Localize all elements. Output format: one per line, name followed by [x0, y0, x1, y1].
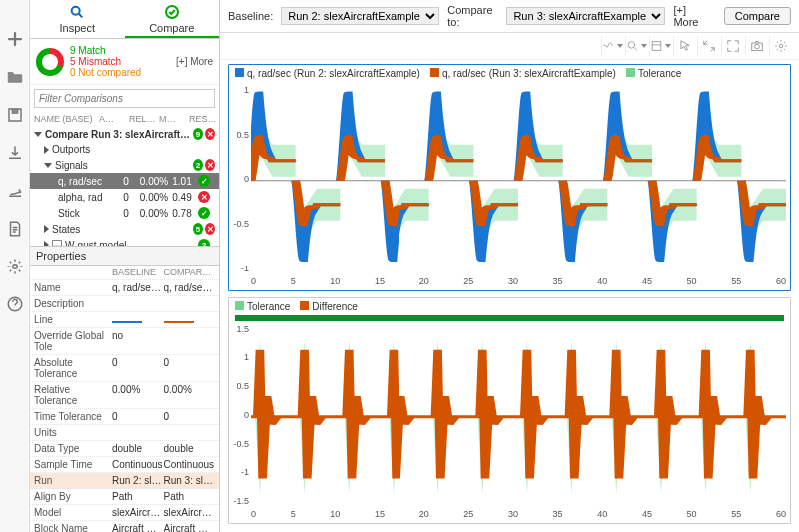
folder-icon[interactable] [6, 68, 24, 88]
tree-row[interactable]: Stick 0 0.00% 0.78 ✓ [30, 205, 219, 221]
filter-input[interactable] [34, 89, 215, 108]
property-row: Line [30, 312, 219, 328]
plot-toolbar [220, 33, 799, 60]
baseline-label: Baseline: [228, 10, 273, 22]
summary-donut-icon [36, 48, 64, 76]
chart-top-yticks: 10.50-0.5-1 [229, 82, 251, 276]
tree-wgust[interactable]: W-gust model 2 [30, 237, 219, 246]
legend-swatch [235, 68, 244, 77]
property-row: Units [30, 425, 219, 441]
pointer-icon[interactable] [673, 36, 695, 56]
summary-row: 9 Match 5 Mismatch 0 Not compared [+] Mo… [30, 39, 219, 85]
property-row: Relative Tolerance0.00%0.00% [30, 382, 219, 409]
property-row: Nameq, rad/sec (Run 2q, rad/sec (Run 3 [30, 280, 219, 296]
tab-compare-label: Compare [149, 22, 194, 34]
chart-bottom-xticks: 051015202530354045505560 [251, 509, 786, 523]
property-row: RunRun 2: slexAircRun 3: slexAirc [30, 473, 219, 489]
export-icon[interactable] [6, 182, 24, 202]
svg-point-9 [754, 44, 759, 49]
tab-inspect[interactable]: Inspect [30, 0, 125, 38]
comparison-tree: Compare Run 3: slexAircraftExample 9✕ Ou… [30, 126, 219, 246]
tree-row[interactable]: alpha, rad 0 0.00% 0.49 ✕ [30, 189, 219, 205]
property-row: Block NameAircraft DynamAircraft Dynam [30, 521, 219, 532]
baseline-select[interactable]: Run 2: slexAircraftExample [281, 7, 439, 25]
top-bar: Baseline: Run 2: slexAircraftExample Com… [220, 0, 799, 33]
compare-panel: Inspect Compare 9 Match 5 Mismatch 0 Not… [30, 0, 220, 532]
svg-rect-1 [12, 109, 18, 114]
settings-icon[interactable] [769, 36, 791, 56]
camera-icon[interactable] [745, 36, 767, 56]
summary-notcompared: 0 Not compared [70, 67, 141, 78]
collapse-icon[interactable] [697, 36, 719, 56]
property-row: Time Tolerance00 [30, 409, 219, 425]
plus-icon[interactable] [6, 30, 24, 50]
legend-swatch [300, 301, 309, 310]
properties-table: BASELINECOMPARE TO Nameq, rad/sec (Run 2… [30, 266, 219, 532]
tree-outports[interactable]: Outports [30, 142, 219, 157]
property-row: Absolute Tolerance00 [30, 355, 219, 382]
chart-top-xticks: 051015202530354045505560 [251, 276, 786, 290]
import-icon[interactable] [6, 144, 24, 164]
topbar-more-link[interactable]: [+] More [673, 4, 707, 28]
chart-bottom[interactable]: Tolerance Difference 1.510.50-0.5-1-1.5 … [228, 297, 791, 525]
chart-top-legend: q, rad/sec (Run 2: slexAircraftExample) … [229, 65, 790, 82]
caret-down-icon [44, 163, 52, 168]
legend-swatch [430, 68, 439, 77]
save-icon[interactable] [6, 106, 24, 126]
legend-swatch [235, 301, 244, 310]
compareto-label: Compare to: [447, 4, 498, 28]
tree-row-selected[interactable]: q, rad/sec 0 0.00% 1.01 ✓ [30, 173, 219, 189]
property-row: Override Global Toleno [30, 328, 219, 355]
svg-point-2 [12, 265, 17, 269]
caret-right-icon [44, 146, 49, 154]
expand-icon[interactable] [721, 36, 743, 56]
tree-root[interactable]: Compare Run 3: slexAircraftExample 9✕ [30, 126, 219, 142]
property-row: Description [30, 296, 219, 312]
properties-title: Properties [30, 246, 219, 266]
main-area: Baseline: Run 2: slexAircraftExample Com… [220, 0, 799, 532]
zoom-icon[interactable] [625, 36, 647, 56]
property-row: Align ByPathPath [30, 489, 219, 505]
chart-bottom-legend: Tolerance Difference [229, 298, 790, 315]
summary-mismatch: 5 Mismatch [70, 56, 141, 67]
tree-signals[interactable]: Signals 2✕ [30, 157, 219, 173]
svg-point-6 [628, 42, 635, 49]
report-icon[interactable] [6, 220, 24, 240]
tree-states[interactable]: States 5✕ [30, 221, 219, 237]
compareto-select[interactable]: Run 3: slexAircraftExample [506, 7, 665, 25]
gear-icon[interactable] [6, 258, 24, 277]
tree-header: NAME (BASE) A… REL… M… RES… [30, 112, 219, 126]
fit-icon[interactable] [649, 36, 671, 56]
summary-match: 9 Match [70, 45, 141, 56]
property-row: Sample TimeContinuousContinuous [30, 457, 219, 473]
tab-inspect-label: Inspect [60, 22, 95, 34]
property-row: Data Typedoubledouble [30, 441, 219, 457]
chart-top[interactable]: q, rad/sec (Run 2: slexAircraftExample) … [228, 64, 791, 291]
property-row: ModelslexAircraftExaslexAircraftExa [30, 505, 219, 521]
svg-point-4 [72, 7, 80, 15]
summary-more-link[interactable]: [+] More [176, 56, 213, 67]
compare-button[interactable]: Compare [724, 7, 791, 25]
svg-rect-7 [652, 42, 661, 51]
tab-compare[interactable]: Compare [125, 0, 220, 38]
caret-down-icon [34, 132, 42, 137]
legend-swatch [626, 68, 635, 77]
caret-right-icon [44, 225, 49, 233]
chart-bottom-yticks: 1.510.50-0.5-1-1.5 [229, 321, 251, 510]
help-icon[interactable] [6, 295, 24, 315]
svg-point-10 [779, 44, 783, 48]
tool-rail [0, 0, 30, 532]
waveform-icon[interactable] [601, 36, 623, 56]
